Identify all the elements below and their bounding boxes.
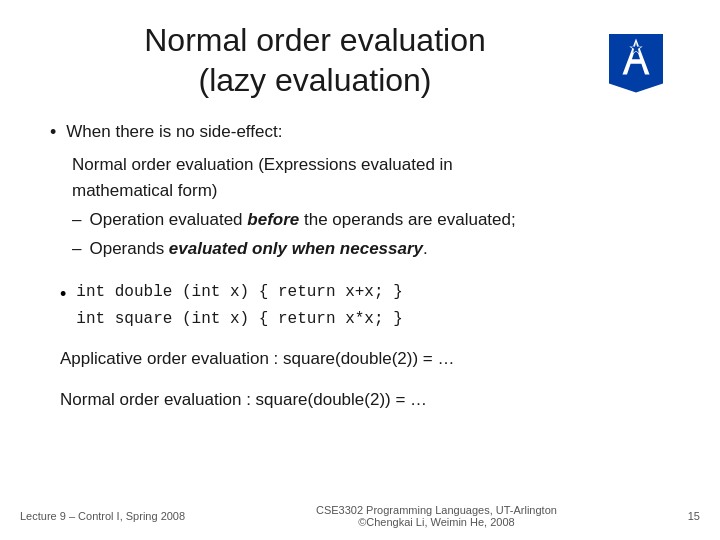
bullet1-text: When there is no side-effect: xyxy=(66,119,282,145)
dash-2: – xyxy=(72,236,81,262)
code-lines: int double (int x) { return x+x; } int s… xyxy=(76,279,402,333)
footer-center: CSE3302 Programming Languages, UT-Arling… xyxy=(316,504,557,528)
dash-item-2: – Operands evaluated only when necessary… xyxy=(72,236,680,262)
indent-text-1: Normal order evaluation (Expressions eva… xyxy=(72,152,680,203)
title-block: Normal order evaluation (lazy evaluation… xyxy=(40,20,600,100)
slide-container: Normal order evaluation (lazy evaluation… xyxy=(0,0,720,540)
normal-order-line: Normal order evaluation : square(double(… xyxy=(60,386,680,415)
slide-content: • When there is no side-effect: Normal o… xyxy=(40,119,680,415)
indent-line1: Normal order evaluation (Expressions eva… xyxy=(72,155,453,174)
slide-footer: Lecture 9 – Control I, Spring 2008 CSE33… xyxy=(0,504,720,528)
logo-area xyxy=(600,25,680,101)
dash1-prefix: Operation evaluated xyxy=(89,210,247,229)
dash2-prefix: Operands xyxy=(89,239,168,258)
title-line2: (lazy evaluation) xyxy=(199,62,432,98)
slide-title: Normal order evaluation (lazy evaluation… xyxy=(40,20,590,100)
bullet-dot-1: • xyxy=(50,119,56,146)
footer-left: Lecture 9 – Control I, Spring 2008 xyxy=(20,510,185,522)
university-logo xyxy=(600,25,672,97)
dash-1: – xyxy=(72,207,81,233)
dash2-italic: evaluated only when necessary xyxy=(169,239,423,258)
indent-line2: mathematical form) xyxy=(72,181,217,200)
slide-number: 15 xyxy=(688,510,700,522)
bullet-1: • When there is no side-effect: xyxy=(50,119,680,146)
code-line-1: int double (int x) { return x+x; } xyxy=(76,279,402,306)
applicative-line: Applicative order evaluation : square(do… xyxy=(60,345,680,374)
slide-header: Normal order evaluation (lazy evaluation… xyxy=(40,20,680,101)
code-block: • int double (int x) { return x+x; } int… xyxy=(60,279,680,333)
footer-center-line2: ©Chengkai Li, Weimin He, 2008 xyxy=(316,516,557,528)
indent-block-1: Normal order evaluation (Expressions eva… xyxy=(72,152,680,203)
code-bullet: • xyxy=(60,279,66,310)
dash1-text: Operation evaluated before the operands … xyxy=(89,207,515,233)
footer-center-line1: CSE3302 Programming Languages, UT-Arling… xyxy=(316,504,557,516)
dash1-bold-italic: before xyxy=(247,210,299,229)
dash2-text: Operands evaluated only when necessary. xyxy=(89,236,427,262)
dash1-suffix: the operands are evaluated; xyxy=(299,210,515,229)
dash-item-1: – Operation evaluated before the operand… xyxy=(72,207,680,233)
title-line1: Normal order evaluation xyxy=(144,22,486,58)
dash2-suffix: . xyxy=(423,239,428,258)
code-line-2: int square (int x) { return x*x; } xyxy=(76,306,402,333)
